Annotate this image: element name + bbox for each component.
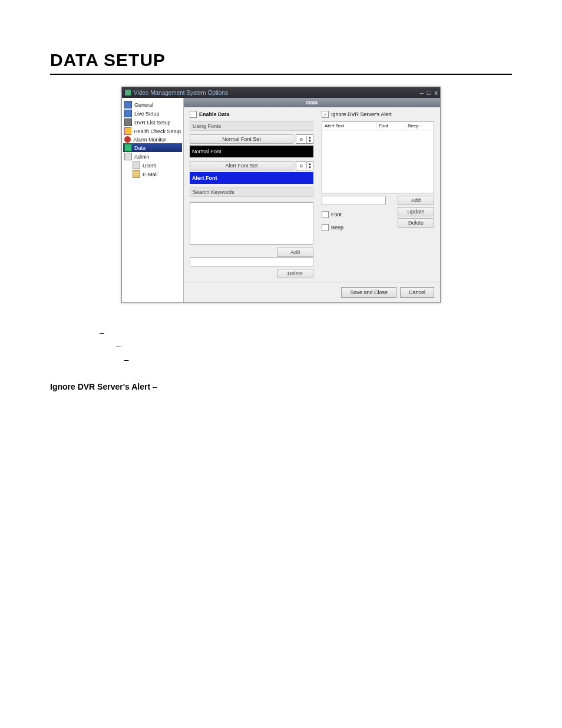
col-font: Font xyxy=(376,122,405,130)
search-keywords-list[interactable] xyxy=(190,202,313,245)
tree-item-data[interactable]: Data xyxy=(123,143,182,152)
spinner-value: 0 xyxy=(296,137,306,142)
search-keywords-label: Search Keywords xyxy=(190,187,313,197)
close-icon[interactable]: x xyxy=(435,90,438,96)
desc-ignore-label: Ignore DVR Server's Alert xyxy=(50,382,150,391)
ignore-alert-checkbox[interactable]: ✓ xyxy=(322,111,329,118)
email-icon xyxy=(133,170,140,178)
normal-font-preview: Normal Font xyxy=(190,146,313,157)
admin-icon xyxy=(124,153,132,160)
beep-option-label: Beep xyxy=(331,225,343,230)
keyword-delete-button[interactable]: Delete xyxy=(277,269,313,278)
enable-data-label: Enable Data xyxy=(199,111,230,117)
chevron-down-icon[interactable]: ▼ xyxy=(308,166,312,169)
beep-checkbox[interactable] xyxy=(322,224,329,231)
desc-normal-font-label: Normal Font Set xyxy=(50,341,114,351)
normal-font-set-button[interactable]: Normal Font Set xyxy=(190,134,293,144)
desc-alert-font-label: Alert Font Set xyxy=(68,355,122,364)
desc-normal-font-text: Set the style of the incoming data. xyxy=(123,341,247,351)
desc-search-kw-text: Designate specific keywords for transact… xyxy=(128,368,325,378)
tree-item-health-check[interactable]: Health Check Setup xyxy=(123,127,182,136)
tree-label: E-Mail xyxy=(143,172,158,177)
tree-item-users[interactable]: Users xyxy=(123,161,182,170)
chevron-down-icon[interactable]: ▼ xyxy=(308,139,312,143)
pane-header: Data xyxy=(184,98,440,107)
monitor-icon xyxy=(124,101,132,108)
tree-item-admin[interactable]: Admin xyxy=(123,152,182,161)
keyword-add-button[interactable]: Add xyxy=(277,248,313,257)
ignore-alert-label: Ignore DVR Server's Alert xyxy=(331,111,392,117)
users-icon xyxy=(133,162,140,169)
tree-label: Users xyxy=(143,163,157,169)
tree-label: Data xyxy=(134,145,146,151)
desc-enable-data-text: Display data in RLM live view. xyxy=(107,328,216,337)
warning-icon xyxy=(124,127,131,135)
app-icon xyxy=(124,89,131,96)
alert-text-input[interactable] xyxy=(322,196,386,205)
tree-item-general[interactable]: General xyxy=(123,100,182,109)
font-option-label: Font xyxy=(331,212,342,218)
tree-label: Alarm Monitor xyxy=(133,137,166,143)
alarm-icon xyxy=(124,136,131,143)
tree-item-live-setup[interactable]: Live Setup xyxy=(123,109,182,118)
maximize-icon[interactable]: □ xyxy=(427,90,431,96)
keyword-input[interactable] xyxy=(190,257,313,266)
page-number: 57 xyxy=(50,653,512,662)
tree-item-email[interactable]: E-Mail xyxy=(123,170,182,179)
tree-label: DVR List Setup xyxy=(134,120,171,126)
normal-font-size-spinner[interactable]: 0 ▲▼ xyxy=(296,134,313,144)
dash: – xyxy=(120,368,129,378)
desc-search-kw-label: Search Keywords xyxy=(50,368,120,378)
desc-enable-data-label: Enable Data xyxy=(50,328,97,337)
col-alert-text: Alert Text xyxy=(322,122,376,130)
description-block: Enable Data – Display data in RLM live v… xyxy=(50,327,512,406)
monitor-icon xyxy=(124,110,132,117)
save-and-close-button[interactable]: Save and Close xyxy=(341,287,396,298)
spinner-value: 0 xyxy=(296,163,306,169)
cancel-button[interactable]: Cancel xyxy=(400,287,434,298)
data-icon xyxy=(124,144,132,151)
dialog-titlebar: Video Management System Options – □ x xyxy=(122,87,440,98)
dash: – xyxy=(150,382,160,391)
tree-item-dvr-list[interactable]: DVR List Setup xyxy=(123,118,182,127)
alert-font-preview: Alert Font xyxy=(190,172,313,184)
tree-label: Live Setup xyxy=(134,111,160,117)
alert-table[interactable]: Alert Text Font Beep xyxy=(322,121,434,193)
alert-delete-button[interactable]: Delete xyxy=(398,218,434,228)
alert-update-button[interactable]: Update xyxy=(398,207,434,216)
alert-font-set-button[interactable]: Alert Font Set xyxy=(190,161,293,170)
dash: – xyxy=(122,355,131,364)
font-checkbox[interactable] xyxy=(322,211,329,218)
minimize-icon[interactable]: – xyxy=(420,90,424,96)
desc-alert-font-text: Set the style for alert words. xyxy=(131,355,233,364)
tree-item-alarm-monitor[interactable]: Alarm Monitor xyxy=(123,136,182,143)
list-icon xyxy=(124,118,132,126)
tree-label: General xyxy=(134,102,153,108)
col-beep: Beep xyxy=(405,122,434,130)
tree-label: Admin xyxy=(134,154,150,160)
dialog-title: Video Management System Options xyxy=(134,90,228,96)
settings-tree[interactable]: General Live Setup DVR List Setup Health… xyxy=(122,98,184,302)
enable-data-checkbox[interactable] xyxy=(190,111,197,118)
dash: – xyxy=(114,341,123,351)
options-dialog: Video Management System Options – □ x Ge… xyxy=(121,87,441,303)
alert-font-size-spinner[interactable]: 0 ▲▼ xyxy=(296,161,313,170)
dash: – xyxy=(97,328,107,337)
using-fonts-group: Using Fonts xyxy=(190,121,313,131)
title-rule xyxy=(50,74,512,75)
tree-label: Health Check Setup xyxy=(134,129,181,134)
alert-add-button[interactable]: Add xyxy=(398,196,434,205)
page-title: DATA SETUP xyxy=(50,50,512,70)
